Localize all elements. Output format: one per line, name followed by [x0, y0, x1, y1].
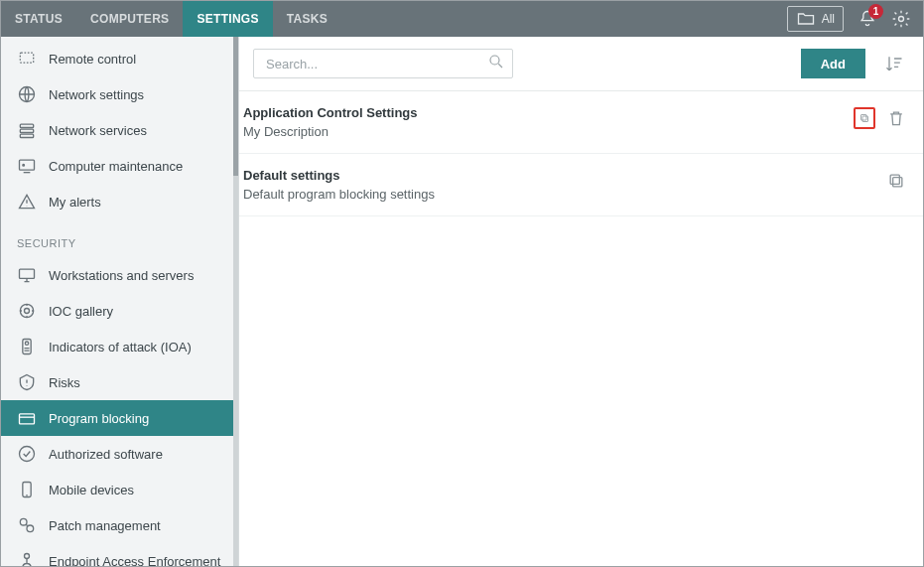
folder-icon	[796, 9, 816, 29]
sidebar-item-label: Network settings	[49, 87, 144, 102]
network-services-icon	[17, 120, 37, 140]
delete-button[interactable]	[885, 107, 907, 129]
add-button[interactable]: Add	[801, 49, 865, 78]
copy-button[interactable]	[885, 170, 907, 192]
remote-control-icon	[17, 49, 37, 69]
sidebar-item-label: Network services	[49, 123, 147, 138]
sidebar-item-remote-control[interactable]: Remote control	[1, 41, 238, 76]
sidebar-item-label: Remote control	[49, 52, 136, 67]
sidebar-item-label: My alerts	[49, 195, 101, 210]
mobile-devices-icon	[17, 480, 37, 499]
sidebar-item-label: Patch management	[49, 518, 161, 533]
sidebar-item-label: Indicators of attack (IOA)	[49, 340, 192, 354]
copy-icon	[886, 171, 906, 191]
sidebar-item-label: Risks	[49, 375, 80, 390]
row-title: Default settings	[243, 168, 885, 183]
svg-point-16	[20, 518, 27, 525]
sidebar-item-authorized-software[interactable]: Authorized software	[1, 436, 238, 472]
tab-computers[interactable]: COMPUTERS	[76, 1, 183, 37]
ioc-gallery-icon	[17, 301, 37, 321]
filter-all-label: All	[822, 12, 835, 26]
sidebar-item-label: Computer maintenance	[49, 159, 183, 174]
copy-button[interactable]	[854, 107, 875, 129]
settings-gear-button[interactable]	[891, 9, 911, 29]
sidebar-item-computer-maintenance[interactable]: Computer maintenance	[1, 148, 238, 184]
sort-icon	[884, 54, 904, 73]
notifications-button[interactable]: 1	[858, 9, 877, 29]
ioa-icon	[17, 337, 37, 356]
svg-rect-6	[20, 160, 35, 170]
sidebar-item-workstations[interactable]: Workstations and servers	[1, 257, 238, 293]
filter-all-button[interactable]: All	[787, 6, 844, 32]
row-description: Default program blocking settings	[243, 187, 885, 202]
program-blocking-icon	[17, 408, 37, 428]
sidebar-item-ioc-gallery[interactable]: IOC gallery	[1, 293, 238, 329]
svg-point-12	[25, 342, 28, 345]
row-title: Application Control Settings	[243, 105, 854, 120]
trash-icon	[886, 108, 906, 128]
sidebar-item-risks[interactable]: Risks	[1, 364, 238, 400]
svg-point-0	[899, 17, 904, 22]
svg-point-10	[25, 309, 30, 314]
authorized-software-icon	[17, 444, 37, 464]
sidebar-item-patch-management[interactable]: Patch management	[1, 507, 238, 543]
workstations-icon	[17, 265, 37, 285]
sidebar-scrollbar-thumb[interactable]	[233, 37, 238, 176]
sidebar-item-network-services[interactable]: Network services	[1, 112, 238, 148]
svg-rect-3	[20, 124, 33, 127]
sidebar-item-label: Authorized software	[49, 447, 163, 462]
svg-rect-8	[20, 269, 35, 278]
svg-point-17	[27, 525, 34, 532]
gear-icon	[891, 9, 911, 29]
svg-point-14	[20, 447, 35, 462]
sidebar-item-label: Workstations and servers	[49, 268, 194, 283]
list-row[interactable]: Default settingsDefault program blocking…	[239, 154, 923, 216]
svg-point-9	[20, 304, 33, 317]
sidebar-item-label: Mobile devices	[49, 483, 134, 497]
tab-tasks[interactable]: TASKS	[273, 1, 341, 37]
sidebar-section-security: SECURITY	[1, 219, 238, 257]
computer-maintenance-icon	[17, 156, 37, 176]
sidebar-item-label: Endpoint Access Enforcement	[49, 554, 220, 567]
copy-icon	[858, 108, 870, 128]
svg-rect-4	[20, 129, 33, 132]
svg-point-18	[25, 554, 30, 559]
notification-badge: 1	[868, 4, 883, 19]
svg-rect-13	[20, 414, 35, 424]
svg-point-19	[490, 56, 499, 65]
svg-rect-23	[890, 175, 899, 184]
my-alerts-icon	[17, 192, 37, 212]
sidebar-item-label: IOC gallery	[49, 304, 113, 319]
endpoint-access-icon	[17, 551, 37, 566]
search-icon	[487, 53, 505, 74]
network-settings-icon	[17, 84, 37, 104]
svg-point-7	[23, 164, 25, 166]
sidebar-item-ioa[interactable]: Indicators of attack (IOA)	[1, 329, 238, 364]
svg-rect-20	[862, 116, 868, 122]
tab-status[interactable]: STATUS	[1, 1, 76, 37]
svg-rect-21	[861, 115, 867, 121]
sort-button[interactable]	[879, 49, 909, 78]
patch-management-icon	[17, 515, 37, 535]
sidebar-item-network-settings[interactable]: Network settings	[1, 76, 238, 112]
svg-rect-22	[893, 178, 902, 187]
sidebar-item-label: Program blocking	[49, 411, 149, 426]
list-row[interactable]: Application Control SettingsMy Descripti…	[239, 91, 923, 154]
sidebar-item-program-blocking[interactable]: Program blocking	[1, 400, 238, 436]
search-input[interactable]	[253, 49, 513, 78]
tab-settings[interactable]: SETTINGS	[183, 1, 272, 37]
sidebar-item-my-alerts[interactable]: My alerts	[1, 184, 238, 219]
sidebar-item-endpoint-access[interactable]: Endpoint Access Enforcement	[1, 543, 238, 566]
svg-rect-1	[20, 53, 33, 63]
svg-rect-5	[20, 134, 33, 137]
row-description: My Description	[243, 124, 854, 139]
sidebar-item-mobile-devices[interactable]: Mobile devices	[1, 472, 238, 507]
risks-icon	[17, 372, 37, 392]
